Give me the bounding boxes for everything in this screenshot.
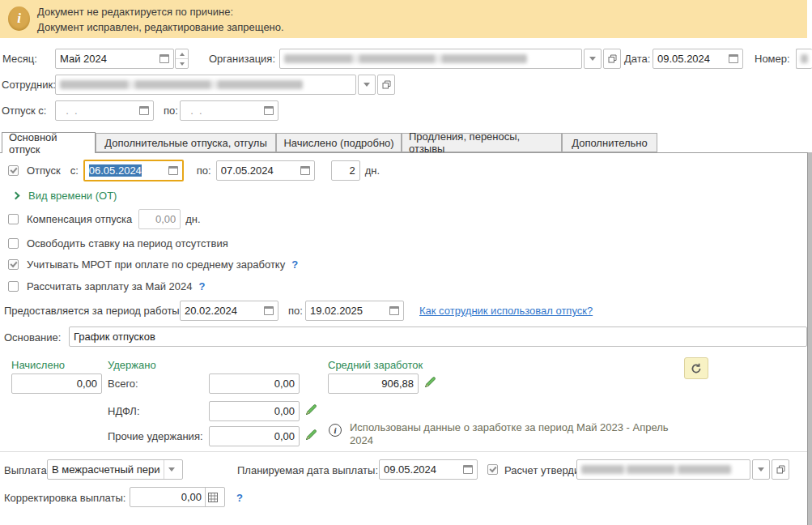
calc-salary-label: Рассчитать зарплату за Май 2024	[27, 280, 192, 292]
other-deductions-field[interactable]: 0,00	[209, 426, 300, 446]
calendar-icon[interactable]	[264, 306, 274, 315]
time-type-link[interactable]: Вид времени (ОТ)	[28, 190, 117, 202]
tab-extensions-transfers[interactable]: Продления, переносы, отзывы	[402, 133, 562, 152]
mrot-label: Учитывать МРОТ при оплате по среднему за…	[27, 258, 285, 271]
total-withheld-value: 0,00	[214, 378, 295, 390]
ndfl-field[interactable]: 0,00	[209, 401, 300, 421]
compensation-unit-label: дн.	[185, 213, 200, 225]
calc-salary-help-link[interactable]: ?	[198, 280, 205, 292]
calendar-icon[interactable]	[463, 465, 473, 474]
total-withheld-field[interactable]: 0,00	[209, 373, 300, 394]
tab-accrued-detail[interactable]: Начислено (подробно)	[276, 133, 402, 152]
organization-field[interactable]	[279, 49, 582, 69]
work-period-to-label: по:	[288, 305, 303, 317]
days-count-field[interactable]: 2	[331, 160, 360, 181]
vacation-to-placeholder: . .	[185, 105, 261, 117]
employee-redacted-value	[60, 80, 303, 89]
vacation-document-form: i Документ не редактируется по причине: …	[0, 0, 812, 525]
recalculate-button[interactable]	[684, 357, 708, 379]
compensation-label: Компенсация отпуска	[27, 213, 132, 225]
time-type-expander[interactable]: Вид времени (ОТ)	[13, 188, 117, 203]
date-field[interactable]: 09.05.2024	[653, 49, 743, 69]
vacation-usage-link[interactable]: Как сотрудник использовал отпуск?	[419, 305, 593, 317]
number-label: Номер:	[755, 53, 790, 65]
other-deductions-value: 0,00	[214, 430, 295, 442]
approved-checkbox[interactable]	[487, 464, 498, 475]
average-earnings-field[interactable]: 906,88	[328, 373, 419, 394]
average-earnings-value: 906,88	[333, 378, 414, 390]
accrued-field[interactable]: 0,00	[11, 373, 102, 394]
work-period-label: Предоставляется за период работы с:	[4, 305, 190, 317]
payment-adjustment-label: Корректировка выплаты:	[4, 492, 125, 504]
vacation-from-field[interactable]: . .	[55, 100, 154, 121]
approver-open-button[interactable]	[772, 459, 789, 480]
organization-label: Организация:	[209, 53, 275, 65]
payment-adjustment-field[interactable]: 0,00	[130, 487, 225, 507]
step-down-icon[interactable]	[176, 58, 188, 68]
banner-line2: Документ исправлен, редактирование запре…	[37, 21, 284, 33]
vacation-start-value: 06.05.2024	[89, 164, 142, 177]
edit-pencil-icon[interactable]	[424, 376, 436, 388]
employee-field[interactable]	[55, 75, 356, 95]
payment-label: Выплата:	[4, 464, 49, 476]
from-label: с:	[70, 164, 79, 177]
number-field[interactable]	[796, 49, 812, 69]
tab-additional[interactable]: Дополнительно	[562, 133, 657, 152]
work-period-to-field[interactable]: 19.02.2025	[305, 301, 404, 321]
approver-field[interactable]	[576, 459, 750, 480]
open-link-icon	[608, 54, 617, 63]
refresh-icon	[691, 363, 702, 374]
basis-label: Основание:	[4, 331, 61, 344]
calendar-icon[interactable]	[159, 54, 169, 63]
average-earnings-header: Средний заработок	[328, 359, 423, 371]
employee-open-button[interactable]	[377, 75, 395, 95]
calendar-icon[interactable]	[300, 166, 310, 175]
ndfl-label: НДФЛ:	[108, 405, 140, 417]
vacation-to-field[interactable]: . .	[180, 100, 278, 121]
other-deductions-label: Прочие удержания:	[108, 430, 203, 442]
tab-main-vacation[interactable]: Основной отпуск	[2, 132, 96, 153]
planned-date-label: Планируемая дата выплаты:	[237, 464, 378, 476]
edit-pencil-icon[interactable]	[305, 403, 317, 416]
edit-pencil-icon[interactable]	[305, 429, 317, 441]
calendar-icon[interactable]	[264, 106, 274, 115]
free-rate-checkbox[interactable]	[8, 238, 19, 249]
tab-additional-vacations[interactable]: Дополнительные отпуска, отгулы	[96, 133, 276, 152]
basis-value: График отпусков	[74, 331, 802, 343]
info-circle-icon: i	[329, 424, 342, 437]
mrot-help-link[interactable]: ?	[291, 258, 298, 271]
basis-field[interactable]: График отпусков	[69, 327, 807, 347]
vacation-checkbox-label: Отпуск	[27, 164, 61, 177]
vacation-to-label: по:	[164, 105, 178, 117]
organization-dropdown-button[interactable]	[584, 49, 602, 69]
vacation-end-field[interactable]: 07.05.2024	[216, 160, 315, 181]
chevron-down-icon[interactable]	[164, 460, 178, 479]
mrot-checkbox[interactable]	[8, 259, 19, 270]
earnings-period-note: Использованы данные о заработке за перио…	[350, 421, 683, 447]
vacation-start-field[interactable]: 06.05.2024	[83, 160, 184, 181]
vertical-scrollbar[interactable]	[807, 152, 812, 525]
planned-date-value: 09.05.2024	[384, 463, 460, 476]
ndfl-value: 0,00	[214, 405, 295, 417]
calendar-icon[interactable]	[389, 306, 399, 315]
work-period-from-field[interactable]: 20.02.2024	[180, 301, 278, 321]
calendar-icon[interactable]	[729, 54, 738, 63]
compensation-checkbox[interactable]	[8, 214, 19, 224]
step-up-icon[interactable]	[176, 49, 188, 58]
vacation-checkbox[interactable]	[8, 165, 19, 176]
adjustment-help-link[interactable]: ?	[236, 492, 243, 504]
calculator-icon[interactable]	[205, 488, 220, 506]
employee-dropdown-button[interactable]	[358, 75, 376, 95]
organization-open-button[interactable]	[603, 49, 621, 69]
month-field[interactable]: Май 2024	[55, 49, 174, 69]
payment-select[interactable]: В межрасчетный период	[47, 459, 183, 480]
planned-date-field[interactable]: 09.05.2024	[379, 459, 478, 480]
month-stepper[interactable]	[175, 49, 189, 69]
calc-salary-checkbox[interactable]	[8, 281, 19, 292]
info-icon: i	[8, 6, 30, 31]
calendar-icon[interactable]	[139, 106, 149, 115]
vacation-end-value: 07.05.2024	[221, 164, 297, 177]
approver-dropdown-button[interactable]	[752, 459, 770, 480]
number-redacted-value	[801, 54, 808, 63]
calendar-icon[interactable]	[168, 166, 178, 175]
